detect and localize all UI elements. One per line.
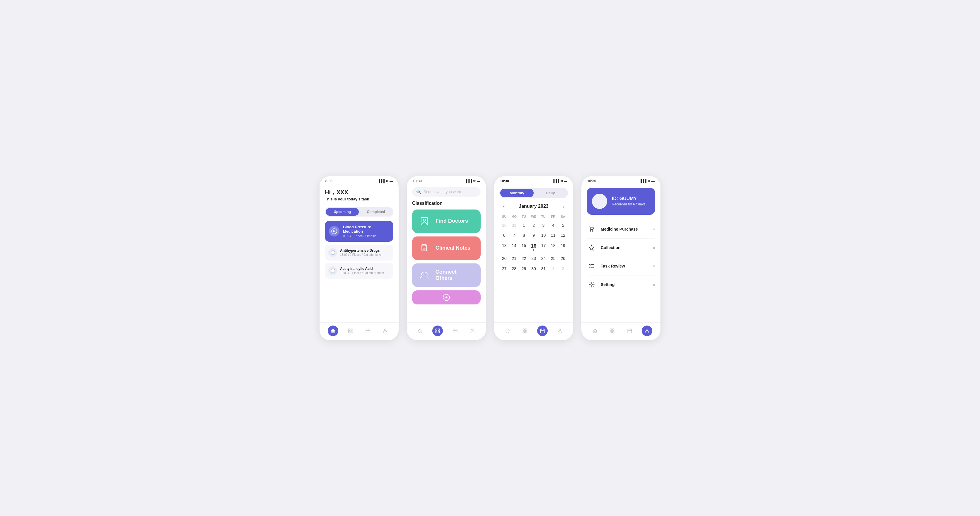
cal-day[interactable]: 20 <box>500 254 509 263</box>
cal-daily-btn[interactable]: Daily <box>534 189 567 197</box>
cal-day[interactable]: 3 <box>539 221 548 230</box>
tab-completed[interactable]: Completed <box>360 208 393 216</box>
nav-person-1[interactable] <box>380 325 390 336</box>
cal-grid: SU MO TU WE TU FR SA 30 31 1 2 3 4 5 <box>500 213 568 275</box>
cal-day[interactable]: 7 <box>509 231 519 240</box>
nav-home-4[interactable] <box>590 325 600 336</box>
category-connect-others[interactable]: Connect Others <box>412 263 480 287</box>
main-task-icon <box>329 226 339 236</box>
cal-day[interactable]: 4 <box>548 221 558 230</box>
category-more[interactable] <box>412 290 480 304</box>
cal-day[interactable]: 27 <box>500 264 509 273</box>
bottom-nav-1 <box>320 322 399 340</box>
cal-day[interactable]: 29 <box>519 264 529 273</box>
search-icon: 🔍 <box>416 190 421 194</box>
cal-day[interactable]: 15 <box>519 241 529 253</box>
nav-grid-1[interactable] <box>345 325 356 336</box>
nav-calendar-4[interactable] <box>624 325 635 336</box>
cal-day[interactable]: 19 <box>558 241 568 253</box>
cal-day[interactable]: 1 <box>519 221 529 230</box>
svg-point-15 <box>422 272 424 275</box>
cal-day[interactable]: 31 <box>539 264 548 273</box>
cal-day[interactable]: 17 <box>539 241 548 253</box>
tab-row: Upcoming Completed <box>325 207 393 217</box>
cal-prev[interactable]: ‹ <box>501 203 507 210</box>
nav-calendar-2[interactable] <box>450 325 460 336</box>
search-placeholder: Search what you want <box>423 190 461 194</box>
nav-home-3[interactable] <box>502 325 513 336</box>
cal-day[interactable]: 31 <box>509 221 519 230</box>
task-review-label: Task Review <box>601 264 649 268</box>
svg-rect-22 <box>436 331 437 333</box>
cal-day[interactable]: 14 <box>509 241 519 253</box>
cal-day[interactable]: 30 <box>529 264 538 273</box>
profile-id: ID: GUUMY <box>612 196 646 201</box>
nav-home-2[interactable] <box>415 325 426 336</box>
status-bar-2: 10:30 ▐▐▐ ⊛ ▬ <box>407 176 486 184</box>
task-item-2[interactable]: 🕐 Acetylsalicylic Acid 19:00 / 2 Pieces … <box>325 263 393 279</box>
menu-task-review[interactable]: Task Review » <box>587 257 655 276</box>
task-item-title-1: Antihypertensive Drugs <box>340 248 382 253</box>
main-task-title: Blood Pressure Medication <box>343 225 389 234</box>
category-find-doctors[interactable]: Find Doctors <box>412 210 480 233</box>
category-clinical-notes[interactable]: Clinical Notes <box>412 236 480 260</box>
cal-day[interactable]: 12 <box>558 231 568 240</box>
task-item-1[interactable]: 🕐 Antihypertensive Drugs 13:00 / 2 Piece… <box>325 245 393 261</box>
status-icons-3: ▐▐▐ ⊛ ▬ <box>552 179 567 183</box>
classification-label: Classification <box>412 201 480 206</box>
cal-day[interactable]: 1 <box>548 264 558 273</box>
nav-grid-3[interactable] <box>520 325 530 336</box>
cal-week-5: 27 28 29 30 31 1 2 <box>500 264 568 273</box>
cal-monthly-btn[interactable]: Monthly <box>500 189 534 197</box>
task-review-icon <box>587 261 597 271</box>
cal-day[interactable]: 26 <box>558 254 568 263</box>
tab-upcoming[interactable]: Upcoming <box>326 208 359 216</box>
menu-medicine-purchase[interactable]: Medicine Purchase » <box>587 220 655 239</box>
greeting: Hi，XXX This is your today's task <box>325 184 393 204</box>
nav-calendar-3[interactable] <box>537 325 548 336</box>
menu-collection[interactable]: Collection » <box>587 239 655 257</box>
nav-person-2[interactable] <box>467 325 478 336</box>
cal-day-today[interactable]: 16 <box>529 241 538 253</box>
cal-day[interactable]: 8 <box>519 231 529 240</box>
cal-day[interactable]: 6 <box>500 231 509 240</box>
svg-point-46 <box>646 329 648 331</box>
cal-day[interactable]: 10 <box>539 231 548 240</box>
cal-day[interactable]: 2 <box>529 221 538 230</box>
menu-setting[interactable]: Setting » <box>587 276 655 294</box>
cal-day[interactable]: 11 <box>548 231 558 240</box>
cal-day[interactable]: 24 <box>539 254 548 263</box>
cal-day[interactable]: 2 <box>558 264 568 273</box>
nav-person-3[interactable] <box>554 325 565 336</box>
nav-calendar-1[interactable] <box>363 325 373 336</box>
svg-rect-20 <box>436 329 437 330</box>
cal-day[interactable]: 13 <box>500 241 509 253</box>
search-bar[interactable]: 🔍 Search what you want <box>412 187 480 197</box>
time-3: 10:30 <box>500 179 509 183</box>
phone-2: 10:30 ▐▐▐ ⊛ ▬ 🔍 Search what you want Cla… <box>407 176 486 340</box>
cal-day[interactable]: 28 <box>509 264 519 273</box>
cal-header: ‹ January 2023 › <box>500 203 568 210</box>
cal-day[interactable]: 21 <box>509 254 519 263</box>
cal-day[interactable]: 30 <box>500 221 509 230</box>
cal-next[interactable]: › <box>560 203 567 210</box>
nav-person-4[interactable] <box>642 325 652 336</box>
task-item-title-2: Acetylsalicylic Acid <box>340 267 384 271</box>
cal-dow-row: SU MO TU WE TU FR SA <box>500 213 568 220</box>
svg-rect-5 <box>348 331 350 333</box>
profile-days: Recorded for 67 days <box>612 202 646 206</box>
medicine-purchase-arrow: » <box>653 227 655 231</box>
cal-day[interactable]: 5 <box>558 221 568 230</box>
cal-day[interactable]: 18 <box>548 241 558 253</box>
cal-day[interactable]: 25 <box>548 254 558 263</box>
main-task-card[interactable]: Blood Pressure Medication 9:00 / 1 Piece… <box>325 221 393 242</box>
setting-arrow: » <box>653 282 655 287</box>
medicine-purchase-icon <box>587 224 597 234</box>
cal-day[interactable]: 9 <box>529 231 538 240</box>
cal-day[interactable]: 22 <box>519 254 529 263</box>
nav-grid-4[interactable] <box>607 325 617 336</box>
more-icon <box>440 291 453 304</box>
nav-home-1[interactable] <box>328 325 338 336</box>
nav-grid-2[interactable] <box>432 325 443 336</box>
cal-day[interactable]: 23 <box>529 254 538 263</box>
